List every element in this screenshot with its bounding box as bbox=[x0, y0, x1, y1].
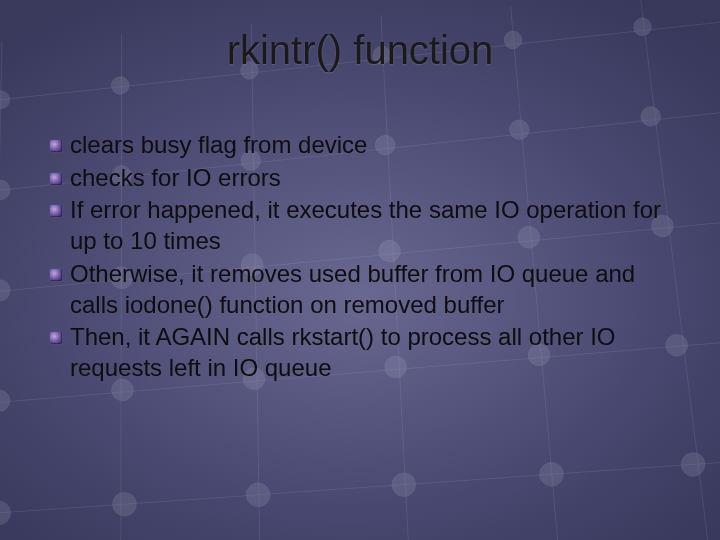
list-item-text: If error happened, it executes the same … bbox=[70, 195, 670, 256]
svg-point-36 bbox=[112, 491, 138, 517]
bullet-icon bbox=[50, 140, 62, 152]
bullet-icon bbox=[50, 332, 62, 344]
list-item-text: Then, it AGAIN calls rkstart() to proces… bbox=[70, 322, 670, 383]
bullet-icon bbox=[50, 205, 62, 217]
bullet-list: clears busy flag from device checks for … bbox=[50, 130, 670, 386]
svg-point-11 bbox=[0, 90, 11, 109]
svg-point-23 bbox=[0, 279, 11, 302]
svg-point-38 bbox=[391, 472, 417, 498]
list-item: clears busy flag from device bbox=[50, 130, 670, 161]
svg-line-4 bbox=[0, 459, 720, 515]
list-item-text: clears busy flag from device bbox=[70, 130, 670, 161]
list-item: Otherwise, it removes used buffer from I… bbox=[50, 259, 670, 320]
svg-point-12 bbox=[111, 76, 130, 95]
svg-point-37 bbox=[245, 482, 271, 508]
list-item-text: checks for IO errors bbox=[70, 163, 670, 194]
svg-point-22 bbox=[640, 106, 661, 127]
bullet-icon bbox=[50, 269, 62, 281]
svg-point-35 bbox=[0, 500, 12, 526]
list-item: Then, it AGAIN calls rkstart() to proces… bbox=[50, 322, 670, 383]
bullet-icon bbox=[50, 173, 62, 185]
svg-point-17 bbox=[0, 179, 11, 200]
slide: rkintr() function clears busy flag from … bbox=[0, 0, 720, 540]
list-item: If error happened, it executes the same … bbox=[50, 195, 670, 256]
slide-title: rkintr() function bbox=[0, 28, 720, 73]
svg-point-40 bbox=[680, 452, 706, 478]
list-item-text: Otherwise, it removes used buffer from I… bbox=[70, 259, 670, 320]
svg-line-5 bbox=[0, 42, 41, 540]
svg-point-39 bbox=[539, 461, 565, 487]
list-item: checks for IO errors bbox=[50, 163, 670, 194]
svg-point-29 bbox=[0, 389, 11, 412]
